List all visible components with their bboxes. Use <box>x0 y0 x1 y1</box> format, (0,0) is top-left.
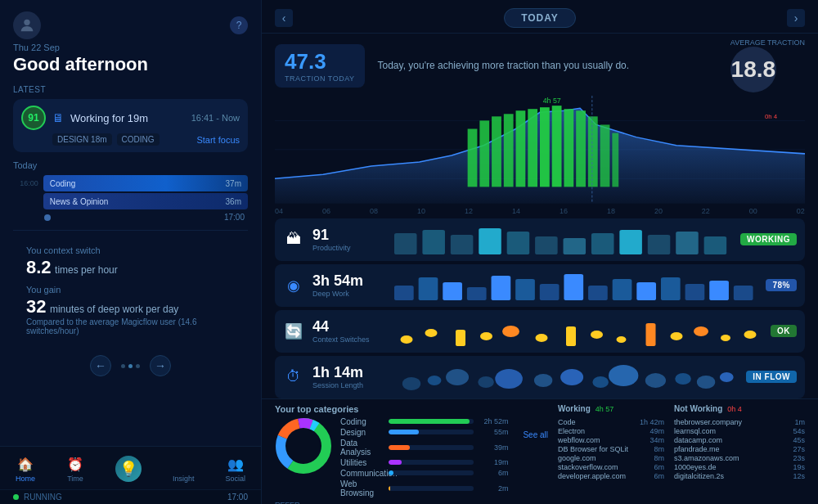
time-18: 18 <box>607 207 615 215</box>
help-button[interactable]: ? <box>230 16 248 34</box>
cat-data-bar <box>389 445 410 450</box>
session-length-info: 1h 14m Session Length <box>312 365 386 389</box>
start-focus-button[interactable]: Start focus <box>196 135 240 145</box>
cat-coding-bar-wrap <box>389 419 474 424</box>
svg-rect-32 <box>394 286 414 300</box>
news-bar-label: News & Opinion <box>50 197 226 206</box>
svg-point-57 <box>671 332 683 340</box>
svg-rect-53 <box>566 326 576 346</box>
session-icon: ⏱ <box>283 368 304 385</box>
productivity-info: 91 Productivity <box>312 227 386 252</box>
time-08: 08 <box>370 207 378 215</box>
svg-rect-15 <box>600 124 610 187</box>
svg-rect-5 <box>479 120 489 187</box>
activity-timeline: 16:00 Coding 37m News & Opinion 36m 17:0… <box>13 175 248 222</box>
svg-point-70 <box>645 373 666 388</box>
svg-rect-45 <box>709 281 729 300</box>
session-length-row: ⏱ 1h 14m Session Length <box>275 356 805 398</box>
working-list: Working 4h 57 Code 1h 42m Electron 49m w… <box>558 404 664 504</box>
donut-chart <box>275 417 332 475</box>
traction-box: 47.3 TRACTION TODAY <box>275 44 365 88</box>
gain-unit: minutes of deep work per day <box>50 304 178 315</box>
time-range: 16:41 - Now <box>191 113 240 123</box>
svg-rect-10 <box>540 107 550 187</box>
timeline-time: 17:00 <box>224 213 245 222</box>
svg-rect-28 <box>619 230 642 254</box>
nwl-learnsql: learnsql.com 54s <box>674 427 805 435</box>
svg-rect-31 <box>704 236 727 254</box>
avg-value: 18.8 <box>730 47 776 92</box>
working-label: Working for 19m <box>70 112 148 124</box>
nav-insight-label[interactable]: Insight <box>163 452 204 486</box>
divider-1 <box>13 230 248 231</box>
svg-point-54 <box>591 331 603 339</box>
deep-work-icon: ◉ <box>283 277 304 295</box>
svg-rect-30 <box>676 232 699 254</box>
nav-time-label: Time <box>67 475 83 483</box>
nav-time[interactable]: ⏰ Time <box>56 452 94 486</box>
svg-rect-7 <box>504 114 514 187</box>
cat-design-bar <box>389 430 419 434</box>
svg-rect-23 <box>479 228 501 254</box>
svg-point-61 <box>402 377 420 390</box>
svg-rect-25 <box>535 236 558 254</box>
dot-1 <box>121 364 125 368</box>
next-page-button[interactable]: → <box>150 355 171 376</box>
productivity-label: Productivity <box>312 244 386 252</box>
deep-work-row: ◉ 3h 54m Deep Work <box>275 264 805 307</box>
category-list: Coding 2h 52m Design 55m D <box>340 417 508 497</box>
wl-apple: developer.apple.com 6m <box>558 472 664 480</box>
nav-home[interactable]: 🏠 Home <box>6 452 45 486</box>
gain-value: 32 <box>26 296 46 317</box>
svg-point-72 <box>697 376 715 389</box>
see-all-button[interactable]: See all <box>523 430 548 439</box>
cat-web-name: Web Browsing <box>340 479 385 497</box>
svg-point-55 <box>617 336 627 343</box>
svg-rect-41 <box>613 279 632 300</box>
today-pill[interactable]: TODAY <box>504 8 576 28</box>
svg-rect-36 <box>492 276 511 300</box>
latest-card: 91 🖥 Working for 19m 16:41 - Now DESIGN … <box>13 99 248 152</box>
nwl-digitalcitizen: digitalcitizen.2s 12s <box>674 472 805 480</box>
svg-rect-39 <box>564 274 583 300</box>
traction-message: Today, you're achieving more traction th… <box>378 60 717 71</box>
svg-text:4h 57: 4h 57 <box>543 97 561 105</box>
nav-social[interactable]: 👥 Social <box>215 452 255 486</box>
session-length-chart <box>394 362 738 392</box>
running-bar: RUNNING 17:00 <box>0 489 261 504</box>
svg-rect-38 <box>540 284 560 300</box>
svg-rect-35 <box>467 287 487 300</box>
chart-svg: 4h 57 0h 4 <box>275 96 805 204</box>
user-header: ? <box>13 11 248 39</box>
nav-insight[interactable]: 💡 <box>106 452 151 485</box>
percent-badge: 78% <box>766 279 797 291</box>
deep-work-value: 3h 54m <box>312 273 386 290</box>
coding-activity-bar[interactable]: Coding 37m <box>43 175 248 191</box>
productivity-value: 91 <box>312 227 386 244</box>
prev-page-button[interactable]: ← <box>90 355 111 376</box>
svg-point-50 <box>480 332 492 340</box>
news-activity-bar[interactable]: News & Opinion 36m <box>43 193 248 209</box>
svg-point-0 <box>24 20 29 25</box>
not-working-title: Not Working <box>674 404 722 413</box>
time-10: 10 <box>417 207 425 215</box>
latest-label: Latest <box>13 85 248 94</box>
cat-design-name: Design <box>340 428 385 437</box>
deep-work-label: Deep Work <box>312 290 386 298</box>
svg-rect-13 <box>576 110 586 187</box>
wl-electron: Electron 49m <box>558 427 664 435</box>
avg-traction: AVERAGE TRACTION 18.8 <box>730 38 805 92</box>
svg-point-68 <box>592 376 609 388</box>
pagination: ← → <box>13 350 248 381</box>
prev-day-button[interactable]: ‹ <box>275 9 293 27</box>
svg-rect-37 <box>515 279 535 300</box>
svg-rect-34 <box>443 282 462 300</box>
cat-web-time: 2m <box>477 484 508 493</box>
svg-point-64 <box>478 376 494 388</box>
running-dot <box>13 494 19 500</box>
nav-insight-text: Insight <box>173 475 195 483</box>
date-label: Thu 22 Sep <box>13 43 248 52</box>
next-day-button[interactable]: › <box>787 9 805 27</box>
working-icon: 🖥 <box>52 111 64 124</box>
traction-area: 47.3 TRACTION TODAY Today, you're achiev… <box>262 34 818 96</box>
